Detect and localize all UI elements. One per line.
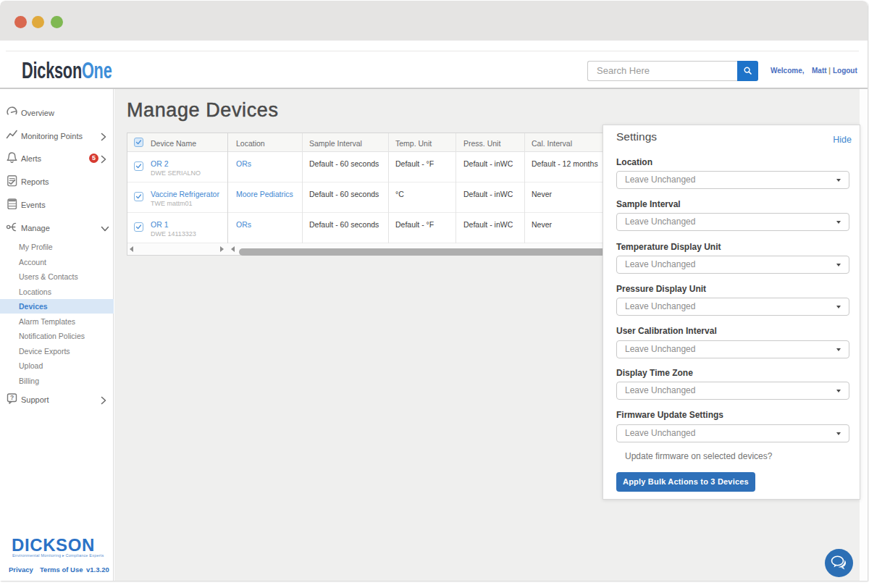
svg-text:?: ?: [10, 394, 14, 401]
